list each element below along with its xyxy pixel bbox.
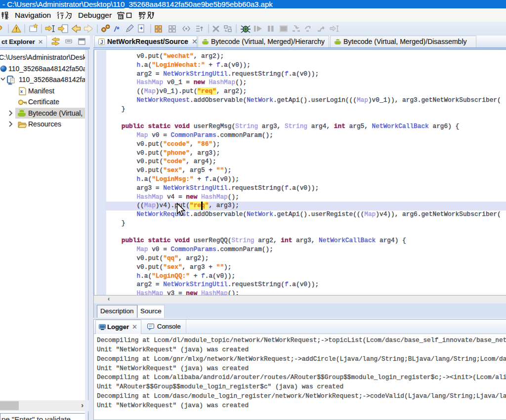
svg-text:J: J — [100, 40, 103, 45]
svg-text:/*: /* — [114, 25, 120, 33]
svg-text:x: x — [20, 89, 23, 94]
